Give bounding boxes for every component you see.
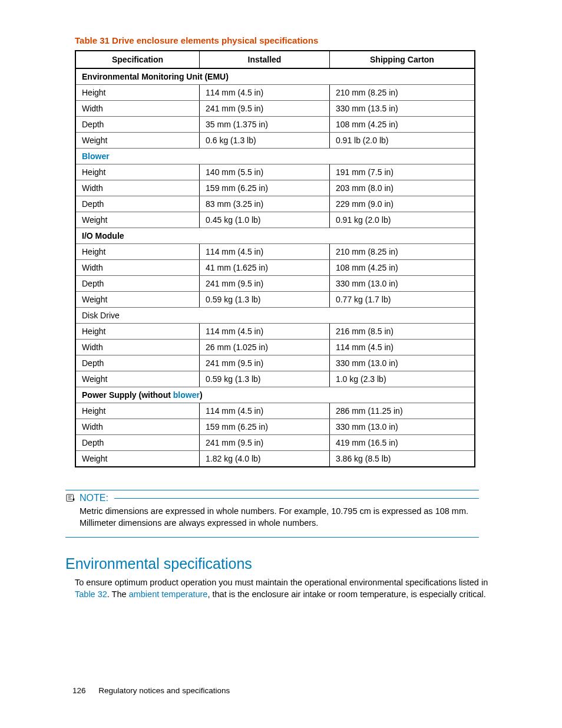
table-cell-shipping: 0.91 lb (2.0 lb) [329,133,475,149]
table-cell-shipping: 330 mm (13.5 in) [329,101,475,117]
table-cell-shipping: 229 mm (9.0 in) [329,196,475,212]
table-cell-installed: 41 mm (1.625 in) [200,260,330,276]
table-section-title: Disk Drive [75,308,475,324]
page-number: 126 [72,686,86,695]
table-cell-spec: Weight [75,292,200,308]
table-row: Depth83 mm (3.25 in)229 mm (9.0 in) [75,196,475,212]
table-cell-spec: Weight [75,371,200,387]
table-row: Height114 mm (4.5 in)210 mm (8.25 in) [75,244,475,260]
para-mid: . The [107,589,129,599]
table-cell-shipping: 203 mm (8.0 in) [329,180,475,196]
table-row: Weight1.82 kg (4.0 lb)3.86 kg (8.5 lb) [75,451,475,467]
table-cell-installed: 26 mm (1.025 in) [200,340,330,355]
table-cell-shipping: 114 mm (4.5 in) [329,340,475,355]
body-paragraph: To ensure optimum product operation you … [75,577,490,600]
table-row: Weight0.6 kg (1.3 lb)0.91 lb (2.0 lb) [75,133,475,149]
table-row: Depth241 mm (9.5 in)330 mm (13.0 in) [75,355,475,371]
ambient-temperature-link[interactable]: ambient temperature [129,589,208,599]
table-cell-shipping: 419 mm (16.5 in) [329,435,475,451]
table-cell-spec: Width [75,419,200,435]
table-cell-shipping: 330 mm (13.0 in) [329,276,475,292]
table-cell-spec: Width [75,101,200,117]
note-label: NOTE: [80,493,108,503]
table-section-row: I/O Module [75,228,475,244]
table-cell-installed: 241 mm (9.5 in) [200,101,330,117]
table-row: Depth241 mm (9.5 in)330 mm (13.0 in) [75,276,475,292]
note-block: NOTE: Metric dimensions are expressed in… [65,490,479,538]
col-header-shipping: Shipping Carton [329,51,475,68]
footer-title: Regulatory notices and specifications [98,686,230,695]
table-row: Height114 mm (4.5 in)286 mm (11.25 in) [75,403,475,419]
table-cell-spec: Height [75,403,200,419]
table-cell-installed: 140 mm (5.5 in) [200,164,330,180]
table-cell-installed: 159 mm (6.25 in) [200,419,330,435]
table-row: Weight0.59 kg (1.3 lb)0.77 kg (1.7 lb) [75,292,475,308]
table-cell-spec: Depth [75,276,200,292]
table-caption: Table 31 Drive enclosure elements physic… [75,35,490,45]
table-cell-shipping: 191 mm (7.5 in) [329,164,475,180]
table-cell-installed: 159 mm (6.25 in) [200,180,330,196]
table-row: Weight0.45 kg (1.0 lb)0.91 kg (2.0 lb) [75,212,475,228]
table-cell-installed: 114 mm (4.5 in) [200,403,330,419]
section-heading: Environmental specifications [65,555,490,572]
table-cell-shipping: 286 mm (11.25 in) [329,403,475,419]
table-cell-shipping: 108 mm (4.25 in) [329,260,475,276]
table-cell-spec: Weight [75,212,200,228]
table-row: Weight0.59 kg (1.3 lb)1.0 kg (2.3 lb) [75,371,475,387]
table-cell-shipping: 216 mm (8.5 in) [329,324,475,340]
note-text: Metric dimensions are expressed in whole… [80,506,479,529]
table-cell-spec: Height [75,85,200,101]
table-cell-installed: 35 mm (1.375 in) [200,117,330,133]
table-cell-shipping: 210 mm (8.25 in) [329,244,475,260]
table-section-row: Disk Drive [75,308,475,324]
table-cell-spec: Weight [75,133,200,149]
table-row: Width159 mm (6.25 in)330 mm (13.0 in) [75,419,475,435]
table-32-link[interactable]: Table 32 [75,589,107,599]
table-section-row: Blower [75,149,475,164]
table-cell-installed: 0.45 kg (1.0 lb) [200,212,330,228]
table-cell-shipping: 0.77 kg (1.7 lb) [329,292,475,308]
table-cell-installed: 1.82 kg (4.0 lb) [200,451,330,467]
table-cell-spec: Height [75,244,200,260]
table-section-row: Environmental Monitoring Unit (EMU) [75,68,475,85]
table-row: Width41 mm (1.625 in)108 mm (4.25 in) [75,260,475,276]
table-section-title: Environmental Monitoring Unit (EMU) [75,68,475,85]
spec-table: Specification Installed Shipping Carton … [75,50,475,467]
table-header-row: Specification Installed Shipping Carton [75,51,475,68]
table-cell-installed: 241 mm (9.5 in) [200,435,330,451]
note-icon [65,493,76,503]
table-cell-spec: Width [75,340,200,355]
table-section-title: Power Supply (without blower) [75,387,475,403]
table-cell-spec: Weight [75,451,200,467]
col-header-spec: Specification [75,51,200,68]
para-post: , that is the enclosure air intake or ro… [207,589,485,599]
table-cell-shipping: 210 mm (8.25 in) [329,85,475,101]
table-cell-spec: Depth [75,435,200,451]
table-row: Width26 mm (1.025 in)114 mm (4.5 in) [75,340,475,355]
table-row: Height114 mm (4.5 in)216 mm (8.5 in) [75,324,475,340]
note-rule [114,498,479,499]
para-pre: To ensure optimum product operation you … [75,578,488,587]
table-cell-spec: Width [75,180,200,196]
table-cell-installed: 0.59 kg (1.3 lb) [200,371,330,387]
col-header-installed: Installed [200,51,330,68]
table-cell-spec: Depth [75,355,200,371]
table-cell-installed: 114 mm (4.5 in) [200,324,330,340]
table-cell-installed: 114 mm (4.5 in) [200,244,330,260]
table-row: Depth241 mm (9.5 in)419 mm (16.5 in) [75,435,475,451]
table-row: Width241 mm (9.5 in)330 mm (13.5 in) [75,101,475,117]
table-cell-spec: Height [75,164,200,180]
table-section-title: Blower [75,149,475,164]
table-row: Height114 mm (4.5 in)210 mm (8.25 in) [75,85,475,101]
table-row: Width159 mm (6.25 in)203 mm (8.0 in) [75,180,475,196]
table-cell-spec: Depth [75,196,200,212]
table-cell-spec: Depth [75,117,200,133]
table-section-title: I/O Module [75,228,475,244]
table-cell-shipping: 1.0 kg (2.3 lb) [329,371,475,387]
table-section-row: Power Supply (without blower) [75,387,475,403]
table-cell-installed: 241 mm (9.5 in) [200,355,330,371]
table-cell-installed: 83 mm (3.25 in) [200,196,330,212]
table-cell-shipping: 0.91 kg (2.0 lb) [329,212,475,228]
table-cell-spec: Width [75,260,200,276]
table-cell-installed: 241 mm (9.5 in) [200,276,330,292]
